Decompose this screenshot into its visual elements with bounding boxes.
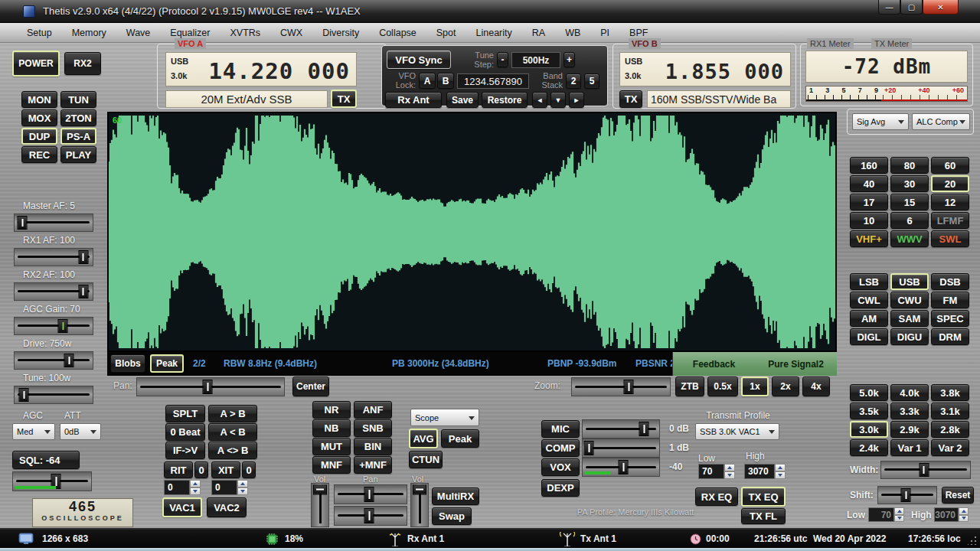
- filter-5k-button[interactable]: 5.0k: [850, 384, 888, 401]
- band-down-button[interactable]: ▼: [550, 92, 566, 108]
- mnf-button[interactable]: MNF: [312, 456, 351, 474]
- rx2-pan-slider[interactable]: [334, 506, 407, 526]
- mute-button[interactable]: MUT: [312, 438, 351, 455]
- band-swl-button[interactable]: SWL: [931, 230, 969, 247]
- mode-spec-button[interactable]: SPEC: [931, 310, 969, 327]
- band-80-button[interactable]: 80: [890, 157, 929, 174]
- vfo-b-display[interactable]: USB 3.0k 1.855 000: [619, 52, 791, 86]
- band-17-button[interactable]: 17: [850, 194, 888, 210]
- filter-2-4k-button[interactable]: 2.4k: [850, 439, 888, 456]
- ps-a-button[interactable]: PS-A: [60, 128, 96, 145]
- feedback-indicator[interactable]: Feedback: [673, 359, 755, 370]
- att-select[interactable]: 0dB: [60, 423, 101, 440]
- a-to-b-button[interactable]: A > B: [208, 405, 257, 422]
- 2ton-button[interactable]: 2TON: [60, 109, 96, 126]
- tx-high-spinner[interactable]: [775, 464, 786, 479]
- play-button[interactable]: PLAY: [60, 146, 96, 163]
- vfo-a-tx-button[interactable]: TX: [331, 90, 357, 108]
- menu-memory[interactable]: Memory: [62, 23, 116, 42]
- menu-pi[interactable]: PI: [590, 23, 619, 42]
- avg-button[interactable]: AVG: [409, 429, 438, 448]
- vfo-a-display[interactable]: USB 3.0k 14.220 000: [165, 52, 357, 86]
- filter-3-5k-button[interactable]: 3.5k: [850, 403, 888, 419]
- mode-digl-button[interactable]: DIGL: [850, 328, 888, 345]
- rx-meter-mode-select[interactable]: Sig Avg: [852, 113, 909, 130]
- spectrum-scope-display[interactable]: 60: [107, 112, 837, 352]
- mode-digu-button[interactable]: DIGU: [890, 328, 929, 345]
- filter-high-field[interactable]: 3070: [934, 507, 959, 522]
- tun-button[interactable]: TUN: [60, 91, 96, 108]
- filter-high-spinner[interactable]: [959, 507, 969, 522]
- vfo-b-frequency[interactable]: 1.855 000: [665, 60, 784, 83]
- band-stack-2-button[interactable]: 2: [566, 73, 581, 89]
- save-button[interactable]: Save: [446, 92, 479, 108]
- comp-slider-thumb[interactable]: [584, 441, 594, 455]
- ztb-button[interactable]: ZTB: [675, 377, 704, 396]
- band-40-button[interactable]: 40: [850, 175, 888, 192]
- mic-gain-slider-thumb[interactable]: [639, 422, 649, 436]
- menu-wave[interactable]: Wave: [116, 23, 161, 42]
- menu-cwx[interactable]: CWX: [270, 23, 312, 42]
- rx-ant-button[interactable]: Rx Ant: [385, 92, 442, 108]
- mode-fm-button[interactable]: FM: [931, 292, 969, 308]
- mode-lsb-button[interactable]: LSB: [850, 273, 888, 290]
- vfo-a-frequency[interactable]: 14.220 000: [208, 58, 350, 84]
- ctun-button[interactable]: CTUN: [409, 451, 443, 468]
- mic-button[interactable]: MIC: [541, 420, 580, 438]
- snb-button[interactable]: SNB: [354, 419, 392, 437]
- dexp-button[interactable]: DEXP: [541, 479, 580, 497]
- menu-diversity[interactable]: Diversity: [312, 23, 369, 42]
- master-af-slider-thumb[interactable]: [18, 216, 28, 230]
- tune-power-slider[interactable]: [14, 386, 93, 404]
- filter-4k-button[interactable]: 4.0k: [890, 384, 929, 401]
- xit-spinner[interactable]: [237, 480, 248, 495]
- bin-button[interactable]: BIN: [354, 438, 392, 455]
- zoom-05x-button[interactable]: 0.5x: [707, 377, 738, 396]
- drive-slider-thumb[interactable]: [64, 354, 74, 367]
- transmit-profile-select[interactable]: SSB 3.0K VAC1: [695, 423, 779, 440]
- rx1-af-slider[interactable]: [14, 248, 93, 266]
- vac2-button[interactable]: VAC2: [207, 497, 247, 517]
- rx2-af-slider[interactable]: [14, 282, 93, 301]
- rx1-pan-slider-thumb[interactable]: [364, 487, 374, 502]
- xit-field[interactable]: 0: [211, 480, 237, 495]
- band-30-button[interactable]: 30: [890, 175, 929, 192]
- master-af-slider[interactable]: [14, 214, 93, 232]
- nr-button[interactable]: NR: [312, 401, 351, 419]
- minimize-button[interactable]: —: [878, 0, 900, 15]
- filter-shift-slider[interactable]: [877, 486, 937, 504]
- band-wwv-button[interactable]: WWV: [890, 230, 929, 247]
- comp-button[interactable]: COMP: [541, 439, 580, 457]
- power-button[interactable]: POWER: [12, 51, 60, 77]
- sql-button[interactable]: SQL: -64: [12, 451, 80, 469]
- anf-button[interactable]: ANF: [354, 401, 392, 419]
- rx1-pan-slider[interactable]: [334, 484, 407, 504]
- vfo-lock-b-button[interactable]: B: [437, 73, 454, 89]
- rx1-vol-slider-thumb[interactable]: [313, 484, 327, 494]
- filter-width-slider-thumb[interactable]: [919, 463, 929, 477]
- filter-3k-button[interactable]: 3.0k: [850, 421, 888, 438]
- center-button[interactable]: Center: [292, 377, 329, 396]
- tune-step-down-button[interactable]: -: [497, 52, 508, 67]
- pan-slider[interactable]: [136, 377, 285, 396]
- filter-width-slider[interactable]: [880, 461, 971, 479]
- menu-wb[interactable]: WB: [555, 23, 590, 42]
- drive-slider[interactable]: [14, 351, 93, 370]
- band-prev-button[interactable]: ◄: [532, 92, 547, 108]
- menu-collapse[interactable]: Collapse: [369, 23, 426, 42]
- swap-button[interactable]: Swap: [432, 507, 472, 525]
- band-vhf-button[interactable]: VHF+: [850, 230, 888, 247]
- rx2-button[interactable]: RX2: [64, 52, 101, 75]
- zoom-slider-thumb[interactable]: [624, 380, 634, 394]
- mox-button[interactable]: MOX: [21, 109, 57, 126]
- tx-meter-mode-select[interactable]: ALC Comp: [912, 113, 970, 130]
- rx1-af-slider-thumb[interactable]: [78, 250, 88, 264]
- zero-beat-button[interactable]: 0 Beat: [165, 423, 205, 441]
- rec-button[interactable]: REC: [21, 146, 57, 163]
- zoom-2x-button[interactable]: 2x: [772, 377, 799, 396]
- maximize-button[interactable]: ▢: [900, 0, 923, 15]
- filter-low-spinner[interactable]: [894, 507, 904, 522]
- rx2-pan-slider-thumb[interactable]: [364, 508, 374, 523]
- frequency-entry-field[interactable]: 1234.567890: [457, 73, 529, 89]
- band-next-button[interactable]: ►: [569, 92, 584, 108]
